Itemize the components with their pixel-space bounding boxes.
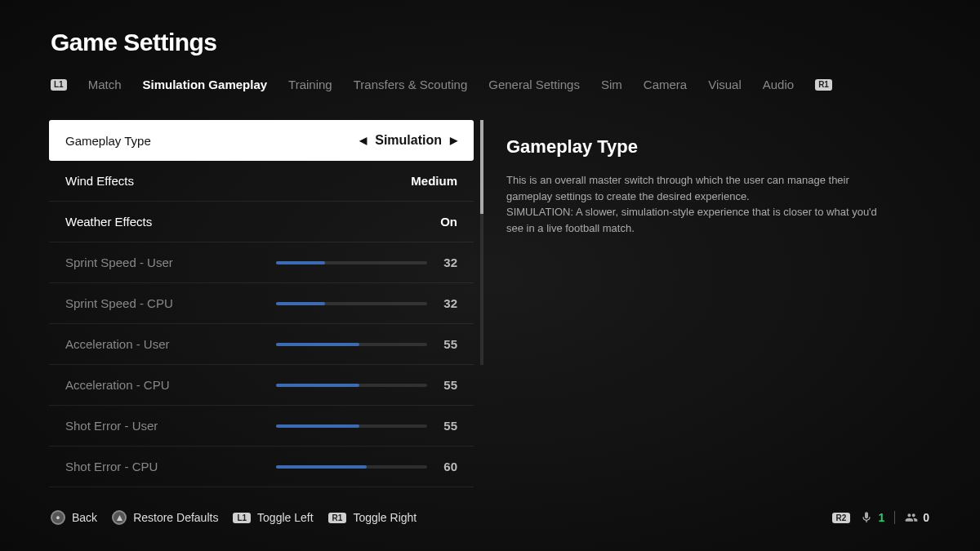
setting-shot-error-cpu[interactable]: Shot Error - CPU 60 — [49, 447, 474, 487]
tab-sim[interactable]: Sim — [601, 78, 622, 91]
setting-label: Shot Error - CPU — [65, 460, 158, 473]
arrow-right-icon[interactable]: ▶ — [450, 135, 457, 146]
setting-label: Acceleration - User — [65, 337, 170, 351]
setting-label: Weather Effects — [65, 215, 152, 229]
back-label: Back — [72, 511, 97, 524]
setting-selector[interactable]: ◀ Simulation ▶ — [359, 133, 457, 148]
setting-acceleration-cpu[interactable]: Acceleration - CPU 55 — [49, 365, 474, 406]
setting-value: 60 — [443, 460, 457, 473]
setting-sprint-speed-cpu[interactable]: Sprint Speed - CPU 32 — [49, 283, 474, 324]
tab-general-settings[interactable]: General Settings — [488, 78, 580, 91]
scrollbar-thumb[interactable] — [480, 120, 483, 214]
slider[interactable] — [276, 261, 427, 264]
setting-label: Sprint Speed - User — [65, 256, 173, 269]
mic-icon — [860, 511, 873, 524]
setting-value: 32 — [443, 256, 457, 269]
settings-list: Gameplay Type ◀ Simulation ▶ Wind Effect… — [49, 120, 474, 487]
tab-visual[interactable]: Visual — [708, 78, 742, 91]
slider[interactable] — [276, 384, 427, 387]
setting-label: Shot Error - User — [65, 419, 158, 433]
restore-defaults-button[interactable]: Restore Defaults — [112, 510, 218, 525]
tab-training[interactable]: Training — [288, 78, 332, 91]
r1-badge-icon: R1 — [328, 513, 347, 523]
svg-marker-0 — [117, 514, 122, 520]
circle-button-icon: ● — [51, 510, 65, 525]
slider[interactable] — [276, 343, 427, 346]
divider — [894, 511, 895, 524]
toggle-left-button[interactable]: L1 Toggle Left — [233, 511, 313, 524]
toggle-right-label: Toggle Right — [353, 511, 416, 524]
l1-badge-icon: L1 — [233, 513, 251, 523]
setting-weather-effects[interactable]: Weather Effects On — [49, 202, 474, 242]
bumper-right-icon: R1 — [815, 79, 832, 91]
setting-value: 55 — [443, 419, 457, 433]
slider-fill — [276, 261, 324, 264]
setting-value: Medium — [411, 174, 457, 188]
slider[interactable] — [276, 465, 427, 469]
footer-bar: ● Back Restore Defaults L1 Toggle Left R… — [51, 510, 929, 525]
tab-match[interactable]: Match — [88, 78, 122, 91]
setting-label: Wind Effects — [65, 174, 134, 188]
tab-transfers-scouting[interactable]: Transfers & Scouting — [354, 78, 468, 91]
slider[interactable] — [276, 424, 427, 428]
info-body: This is an overall master switch through… — [506, 172, 890, 236]
setting-value: 55 — [443, 337, 457, 351]
setting-gameplay-type[interactable]: Gameplay Type ◀ Simulation ▶ — [49, 120, 474, 161]
setting-label: Gameplay Type — [65, 134, 151, 148]
setting-label: Acceleration - CPU — [65, 378, 170, 392]
arrow-left-icon[interactable]: ◀ — [359, 135, 367, 146]
back-button[interactable]: ● Back — [51, 510, 97, 525]
tab-bar: L1 Match Simulation Gameplay Training Tr… — [51, 78, 832, 91]
setting-acceleration-user[interactable]: Acceleration - User 55 — [49, 324, 474, 365]
restore-label: Restore Defaults — [133, 511, 218, 524]
toggle-left-label: Toggle Left — [257, 511, 314, 524]
r2-badge-icon: R2 — [832, 513, 851, 523]
slider-fill — [276, 424, 359, 428]
slider-fill — [276, 384, 359, 387]
slider-fill — [276, 302, 324, 305]
setting-label: Sprint Speed - CPU — [65, 296, 173, 310]
info-panel: Gameplay Type This is an overall master … — [506, 120, 931, 487]
setting-value: 55 — [443, 378, 457, 392]
voice-count: 1 — [860, 511, 884, 524]
tab-camera[interactable]: Camera — [644, 78, 687, 91]
slider-fill — [276, 465, 367, 469]
setting-value: 32 — [443, 296, 457, 310]
toggle-right-button[interactable]: R1 Toggle Right — [328, 511, 417, 524]
info-title: Gameplay Type — [506, 136, 931, 158]
setting-shot-error-user[interactable]: Shot Error - User 55 — [49, 406, 474, 447]
setting-value: Simulation — [375, 133, 442, 148]
tab-audio[interactable]: Audio — [763, 78, 794, 91]
bumper-left-icon: L1 — [51, 79, 67, 91]
slider[interactable] — [276, 302, 427, 305]
setting-value: On — [440, 215, 457, 229]
triangle-button-icon — [112, 510, 127, 525]
setting-wind-effects[interactable]: Wind Effects Medium — [49, 161, 474, 202]
setting-sprint-speed-user[interactable]: Sprint Speed - User 32 — [49, 242, 474, 283]
tab-simulation-gameplay[interactable]: Simulation Gameplay — [143, 78, 268, 91]
page-title: Game Settings — [51, 29, 217, 56]
slider-fill — [276, 343, 359, 346]
people-icon — [905, 511, 918, 524]
party-count: 0 — [905, 511, 929, 524]
